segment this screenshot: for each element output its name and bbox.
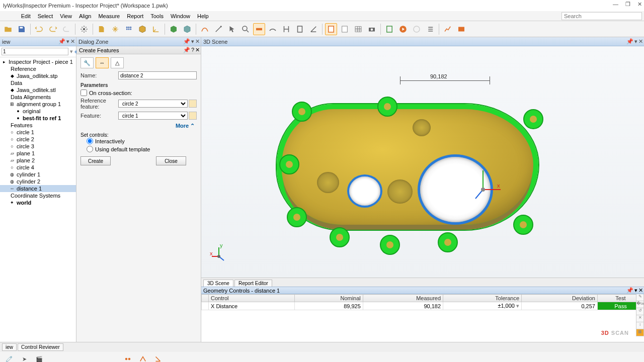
probe-tool-icon[interactable]: 🧷	[3, 353, 15, 362]
shade-icon[interactable]	[168, 23, 180, 35]
menu-measure[interactable]: Measure	[95, 12, 123, 20]
axis-icon[interactable]	[150, 23, 162, 35]
tool-icon[interactable]: �target	[636, 301, 644, 308]
angle-icon[interactable]	[307, 23, 319, 35]
matrix-icon[interactable]	[123, 23, 135, 35]
chart-icon[interactable]	[442, 23, 454, 35]
tab-view[interactable]: iew	[2, 343, 17, 351]
pin-icon[interactable]: 📌	[183, 38, 190, 45]
method-distance-icon[interactable]: ↔	[96, 57, 109, 68]
record-icon[interactable]	[411, 23, 423, 35]
name-input[interactable]	[118, 71, 197, 79]
project-tree[interactable]: ▸Inspector Project - piece 1Reference◆Ja…	[0, 57, 76, 342]
tree-node[interactable]: ✦world	[0, 199, 76, 206]
menu-report[interactable]: Report	[124, 12, 146, 20]
spark-icon[interactable]	[109, 23, 121, 35]
clapper-icon[interactable]: 🎬	[33, 353, 45, 362]
seq1-icon[interactable]	[122, 353, 134, 362]
close-panel-icon[interactable]: ✕	[638, 38, 643, 45]
menu-tools[interactable]: Tools	[147, 12, 167, 20]
undo-icon[interactable]	[33, 23, 45, 35]
tree-node[interactable]: Data Alignments	[0, 94, 76, 101]
close-panel-icon[interactable]: ✕	[195, 38, 200, 45]
tree-node[interactable]: Reference	[0, 65, 76, 72]
caliper-icon[interactable]	[280, 23, 292, 35]
tab-report-editor[interactable]: Report Editor	[234, 280, 272, 287]
list-icon[interactable]	[424, 23, 436, 35]
pick-icon[interactable]	[226, 23, 238, 35]
tool-icon[interactable]: ↺	[636, 308, 644, 315]
pick-feature-icon[interactable]	[189, 112, 197, 120]
tab-control-reviewer[interactable]: Control Reviewer	[18, 343, 63, 351]
tree-node[interactable]: ○circle 3	[0, 143, 76, 150]
tree-node[interactable]: Coordinate Systems	[0, 192, 76, 199]
pin-icon[interactable]: 📌	[626, 287, 633, 294]
menu-select[interactable]: Select	[35, 12, 56, 20]
dropdown-icon[interactable]: ▾	[70, 48, 73, 55]
slide-icon[interactable]	[455, 23, 467, 35]
close-dialog-icon[interactable]: ✕	[195, 47, 200, 53]
zoom-icon[interactable]	[239, 23, 252, 35]
menu-view[interactable]: View	[57, 12, 75, 20]
tree-node[interactable]: ●best-fit to ref 1	[0, 115, 76, 122]
tree-node[interactable]: ◍cylinder 1	[0, 171, 76, 178]
open-icon[interactable]	[2, 23, 14, 35]
tree-node[interactable]: ◆Jawa_odlitek.stl	[0, 86, 76, 94]
tool-icon[interactable]: ↕	[636, 322, 644, 329]
tree-node[interactable]: ○circle 1	[0, 129, 76, 136]
seq2-icon[interactable]	[137, 353, 149, 362]
tree-node[interactable]: ●original	[0, 108, 76, 115]
probe-icon[interactable]	[212, 23, 224, 35]
more-link[interactable]: More	[176, 123, 189, 129]
col-deviation[interactable]: Deviation	[522, 295, 598, 302]
on-cross-section-checkbox[interactable]	[80, 89, 87, 96]
pick-ref-icon[interactable]	[189, 100, 197, 108]
collapse-icon[interactable]: ⌃	[190, 123, 195, 129]
method-pick-icon[interactable]: 🔧	[80, 57, 94, 68]
col-control[interactable]: Control	[209, 295, 295, 302]
table-icon[interactable]	[352, 23, 364, 35]
3d-viewport[interactable]: 90,182	[201, 46, 644, 278]
report2-icon[interactable]	[339, 23, 351, 35]
dropdown-icon[interactable]: ▾	[634, 38, 637, 45]
search-input[interactable]	[561, 12, 642, 20]
tool-icon[interactable]: ✕	[636, 315, 644, 322]
tree-node[interactable]: ◍cylinder 2	[0, 178, 76, 185]
dropdown-icon[interactable]: ▾	[634, 287, 637, 294]
tree-node[interactable]: Features	[0, 122, 76, 129]
col-measured[interactable]: Measured	[363, 295, 443, 302]
menu-window[interactable]: Window	[168, 12, 193, 20]
interactively-radio[interactable]	[87, 138, 93, 144]
menu-align[interactable]: Align	[76, 12, 94, 20]
tree-filter-input[interactable]	[2, 48, 68, 55]
redo-icon[interactable]	[47, 23, 59, 35]
pin-icon[interactable]: 📌	[58, 38, 65, 45]
table-row[interactable]: X Distance 89,925 90,182 ±1,000 ▾ 0,257 …	[202, 302, 644, 310]
create-button[interactable]: Create	[80, 156, 111, 165]
feature-select[interactable]: circle 1	[118, 112, 188, 120]
tool-icon[interactable]: ✎	[636, 294, 644, 301]
options-icon[interactable]	[78, 23, 90, 35]
menu-edit[interactable]: Edit	[18, 12, 34, 20]
minimize-icon[interactable]: —	[613, 1, 618, 8]
seq3-icon[interactable]	[152, 353, 164, 362]
close-panel-icon[interactable]: ✕	[70, 38, 75, 45]
tab-3d-scene[interactable]: 3D Scene	[203, 280, 233, 287]
tree-node[interactable]: ↔distance 1	[0, 185, 76, 192]
help-icon[interactable]: ?	[191, 47, 194, 53]
col-nominal[interactable]: Nominal	[295, 295, 363, 302]
curve-icon[interactable]	[199, 23, 211, 35]
import-icon[interactable]	[96, 23, 108, 35]
redo2-icon[interactable]	[60, 23, 72, 35]
ref-feature-select[interactable]: circle 2	[118, 100, 188, 108]
close-icon[interactable]: ✕	[637, 1, 642, 8]
gauge-icon[interactable]	[294, 23, 306, 35]
geometry-controls-grid[interactable]: Control Nominal Measured Tolerance Devia…	[201, 294, 644, 342]
maximize-icon[interactable]: ❐	[625, 1, 630, 8]
pin-icon[interactable]: 📌	[626, 38, 633, 45]
export-icon[interactable]	[383, 23, 395, 35]
close-panel-icon[interactable]: ✕	[638, 287, 643, 294]
dropdown-icon[interactable]: ▾	[66, 38, 69, 45]
report-icon[interactable]	[325, 23, 337, 35]
dropdown-icon[interactable]: ▾	[191, 38, 194, 45]
